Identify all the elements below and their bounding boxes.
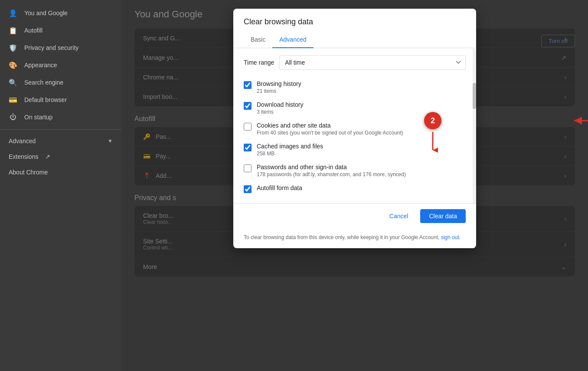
search-icon: 🔍 <box>9 78 17 87</box>
person-icon: 👤 <box>9 9 17 17</box>
sidebar-item-default-browser[interactable]: 💳 Default browser <box>0 91 121 108</box>
time-range-row: Time range All time Last 4 weeks Last 7 … <box>244 55 466 70</box>
annotation-2-arrow <box>428 131 438 153</box>
passwords-signin-label: Passwords and other sign-in data <box>257 164 466 171</box>
sidebar-divider <box>0 129 121 130</box>
sidebar-item-extensions[interactable]: Extensions ↗ <box>0 149 121 164</box>
sidebar-item-search-engine[interactable]: 🔍 Search engine <box>0 74 121 91</box>
tab-basic[interactable]: Basic <box>244 32 272 48</box>
browsing-history-label: Browsing history <box>257 80 466 87</box>
external-link-icon: ↗ <box>45 153 50 160</box>
scrollbar-track <box>473 48 476 204</box>
dialog-tabs: Basic Advanced <box>233 32 476 48</box>
time-range-select[interactable]: All time Last 4 weeks Last 7 days Last 2… <box>279 55 466 70</box>
autofill-icon: 📋 <box>9 26 17 35</box>
autofill-form-checkbox[interactable] <box>244 185 252 193</box>
sidebar-item-advanced[interactable]: Advanced ▼ <box>0 133 121 149</box>
download-history-label: Download history <box>257 101 466 108</box>
sign-out-link[interactable]: sign out <box>441 234 459 240</box>
clear-data-button[interactable]: Clear data <box>420 209 466 223</box>
annotation-2-badge: 2 <box>424 112 441 129</box>
sidebar-item-you-and-google[interactable]: 👤 You and Google <box>0 4 121 22</box>
shield-icon: 🛡️ <box>9 43 17 52</box>
browsing-history-item: Browsing history 21 items <box>244 77 466 98</box>
passwords-signin-checkbox[interactable] <box>244 164 252 172</box>
browsing-history-checkbox[interactable] <box>244 81 252 89</box>
cookies-checkbox[interactable] <box>244 123 252 131</box>
sidebar-item-about-chrome[interactable]: About Chrome <box>0 164 121 180</box>
browsing-history-count: 21 items <box>257 88 466 94</box>
sidebar: 👤 You and Google 📋 Autofill 🛡️ Privacy a… <box>0 0 121 371</box>
sidebar-item-autofill[interactable]: 📋 Autofill <box>0 22 121 39</box>
main-content: You and Google Turn off Sync and G... › … <box>121 0 588 371</box>
chevron-down-icon: ▼ <box>108 138 113 144</box>
scrollbar-thumb[interactable] <box>473 83 476 109</box>
sidebar-item-privacy[interactable]: 🛡️ Privacy and security <box>0 39 121 56</box>
dialog-info: To clear browsing data from this device … <box>233 228 476 248</box>
autofill-form-label: Autofill form data <box>257 184 466 191</box>
sidebar-item-appearance[interactable]: 🎨 Appearance <box>0 56 121 74</box>
passwords-signin-item: Passwords and other sign-in data 178 pas… <box>244 160 466 181</box>
passwords-signin-sublabel: 178 passwords (for adf.ly, xhamster.com,… <box>257 171 466 177</box>
dialog-title: Clear browsing data <box>233 9 476 32</box>
dialog-overlay: Clear browsing data Basic Advanced Time … <box>121 0 588 371</box>
cancel-button[interactable]: Cancel <box>381 209 417 223</box>
sidebar-item-on-startup[interactable]: ⏻ On startup <box>0 108 121 126</box>
appearance-icon: 🎨 <box>9 61 17 69</box>
autofill-item: Autofill form data <box>244 181 466 197</box>
annotation-2-container: 2 <box>424 112 441 129</box>
annotation-1-arrow <box>571 115 588 126</box>
cached-images-checkbox[interactable] <box>244 144 252 151</box>
dialog-footer: Cancel Clear data <box>233 204 476 228</box>
startup-icon: ⏻ <box>9 113 17 121</box>
browser-icon: 💳 <box>9 95 17 104</box>
download-history-checkbox[interactable] <box>244 102 252 110</box>
tab-advanced[interactable]: Advanced <box>272 32 313 48</box>
time-range-label: Time range <box>244 59 274 66</box>
